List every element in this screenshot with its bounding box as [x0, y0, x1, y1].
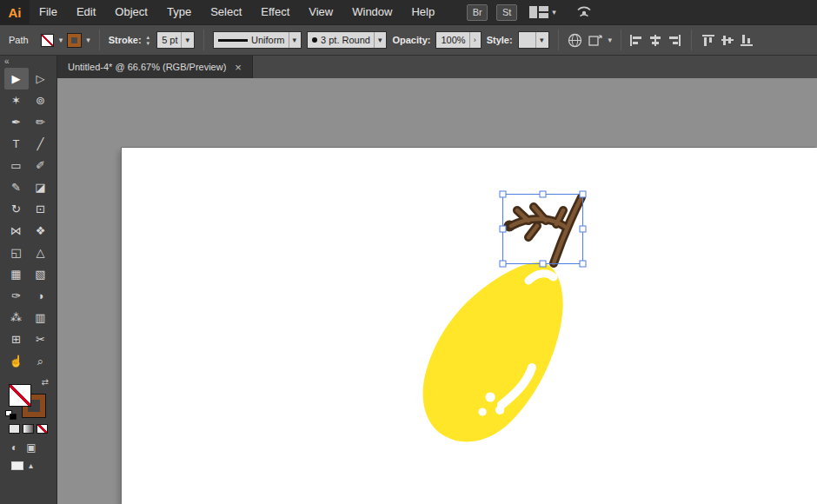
type-tool[interactable]: T [4, 133, 29, 155]
color-button[interactable] [9, 424, 20, 434]
close-icon[interactable]: × [235, 61, 242, 74]
paintbrush-tool[interactable]: ✐ [29, 155, 53, 176]
eraser-tool[interactable]: ◪ [29, 176, 53, 198]
curvature-tool[interactable]: ✏ [29, 111, 53, 133]
lemon-body[interactable] [423, 262, 563, 441]
pen-tool[interactable]: ✒ [4, 111, 29, 133]
workspace-layout-icon [529, 6, 548, 18]
scale-tool[interactable]: ⊡ [29, 198, 53, 220]
chevron-down-icon[interactable]: ▾ [608, 36, 613, 44]
artboard[interactable] [122, 148, 817, 504]
fill-caret-icon[interactable]: ▾ [59, 36, 63, 44]
hand-tool[interactable]: ☝ [4, 350, 29, 372]
share-screen-icon[interactable] [575, 4, 593, 21]
panel-collapse-icon[interactable]: « [0, 56, 56, 68]
artboard-tool[interactable]: ⊞ [4, 328, 29, 350]
lasso-tool[interactable]: ⊚ [29, 90, 53, 111]
workspace-switcher[interactable]: ▾ [529, 6, 556, 18]
selection-handle-s[interactable] [540, 261, 546, 267]
magic-wand-tool[interactable]: ✶ [4, 90, 29, 111]
direct-selection-tool[interactable]: ▷ [29, 68, 53, 90]
drawing-mode-row: ◐ ▣ [11, 441, 56, 454]
chevron-down-icon: ▾ [552, 8, 556, 17]
menu-window[interactable]: Window [342, 0, 402, 24]
stroke-weight-field[interactable]: 5 pt ▾ [156, 31, 195, 49]
selection-handle-w[interactable] [500, 226, 506, 232]
separator [99, 30, 100, 50]
free-transform-tool[interactable]: ❖ [29, 220, 53, 242]
chevron-down-icon[interactable]: ▾ [181, 32, 189, 48]
rectangle-tool[interactable]: ▭ [4, 155, 29, 176]
illustrator-logo-icon[interactable]: Ai [0, 0, 30, 24]
align-right-icon[interactable] [668, 35, 681, 46]
shaper-tool[interactable]: ✎ [4, 176, 29, 198]
chevron-down-icon[interactable]: ▾ [289, 32, 297, 48]
align-buttons [630, 30, 753, 50]
blend-tool[interactable]: ◑ [29, 285, 53, 307]
menu-select[interactable]: Select [201, 0, 251, 24]
menu-file[interactable]: File [30, 0, 67, 24]
swap-fill-stroke-icon[interactable]: ⇄ [42, 377, 49, 387]
stem-outline[interactable] [509, 197, 581, 263]
rotate-tool[interactable]: ↻ [4, 198, 29, 220]
screen-mode-caret-icon[interactable]: ▴ [29, 461, 33, 470]
selection-handle-ne[interactable] [580, 191, 586, 197]
stock-button[interactable]: St [496, 4, 517, 21]
draw-normal-icon[interactable]: ◐ [11, 441, 17, 454]
stroke-caret-icon[interactable]: ▾ [86, 36, 90, 44]
stroke-preview-line [218, 39, 248, 42]
align-top-icon[interactable] [702, 35, 714, 46]
stroke-color-swatch[interactable] [68, 34, 81, 47]
shape-builder-tool[interactable]: ◱ [4, 242, 29, 263]
document-tab[interactable]: Untitled-4* @ 66.67% (RGB/Preview) × [57, 56, 253, 78]
control-bar: Path ▾ ▾ Stroke: ▴▾ 5 pt ▾ Uniform ▾ 3 p… [0, 24, 817, 56]
width-tool[interactable]: ⋈ [4, 220, 29, 242]
opacity-field[interactable]: 100% › [435, 31, 481, 49]
stroke-weight-stepper[interactable]: ▴▾ [147, 34, 150, 46]
column-graph-tool[interactable]: ▥ [29, 307, 53, 328]
mesh-tool[interactable]: ▦ [4, 263, 29, 285]
stroke-profile-dropdown[interactable]: Uniform ▾ [213, 31, 302, 49]
chevron-down-icon[interactable]: ▾ [535, 32, 544, 48]
gradient-tool[interactable]: ▧ [29, 263, 53, 285]
line-segment-tool[interactable]: ╱ [29, 133, 53, 155]
menu-edit[interactable]: Edit [67, 0, 105, 24]
draw-inside-icon[interactable]: ▣ [26, 441, 36, 454]
selection-tool[interactable]: ▶ [4, 68, 29, 90]
menu-help[interactable]: Help [402, 0, 444, 24]
selection-handle-nw[interactable] [500, 191, 506, 197]
selection-handle-e[interactable] [580, 226, 586, 232]
none-button[interactable] [37, 424, 48, 434]
eyedropper-tool[interactable]: ✑ [4, 285, 29, 307]
chevron-down-icon[interactable]: ▾ [374, 32, 382, 48]
chevron-right-icon[interactable]: › [469, 32, 476, 48]
gradient-button[interactable] [23, 424, 34, 434]
align-bottom-icon[interactable] [741, 35, 753, 46]
brush-definition-dropdown[interactable]: 3 pt. Round ▾ [307, 31, 387, 49]
menu-type[interactable]: Type [157, 0, 201, 24]
separator [558, 30, 559, 50]
slice-tool[interactable]: ✂ [29, 328, 53, 350]
document-title: Untitled-4* @ 66.67% (RGB/Preview) [68, 62, 226, 72]
align-middle-icon[interactable] [721, 35, 734, 46]
menu-object[interactable]: Object [105, 0, 157, 24]
fill-indicator-swatch[interactable] [9, 384, 31, 407]
align-center-icon[interactable] [649, 35, 661, 46]
default-fill-stroke-icon[interactable] [5, 410, 17, 421]
menu-view[interactable]: View [299, 0, 342, 24]
transform-panel-icon[interactable] [588, 33, 603, 47]
style-dropdown[interactable]: ▾ [518, 31, 549, 49]
fill-none-swatch[interactable] [41, 34, 54, 47]
zoom-tool[interactable]: ⌕ [29, 350, 53, 372]
bridge-button[interactable]: Br [467, 4, 488, 21]
align-left-icon[interactable] [630, 35, 642, 46]
menu-effect[interactable]: Effect [251, 0, 299, 24]
screen-mode-icon[interactable] [11, 461, 23, 470]
document-setup-globe-icon[interactable] [568, 33, 582, 48]
selection-handle-sw[interactable] [500, 261, 506, 267]
canvas-area[interactable] [57, 78, 817, 504]
selection-handle-se[interactable] [580, 261, 586, 267]
selection-handle-n[interactable] [540, 191, 546, 197]
symbol-sprayer-tool[interactable]: ⁂ [4, 307, 29, 328]
perspective-grid-tool[interactable]: △ [29, 242, 53, 263]
